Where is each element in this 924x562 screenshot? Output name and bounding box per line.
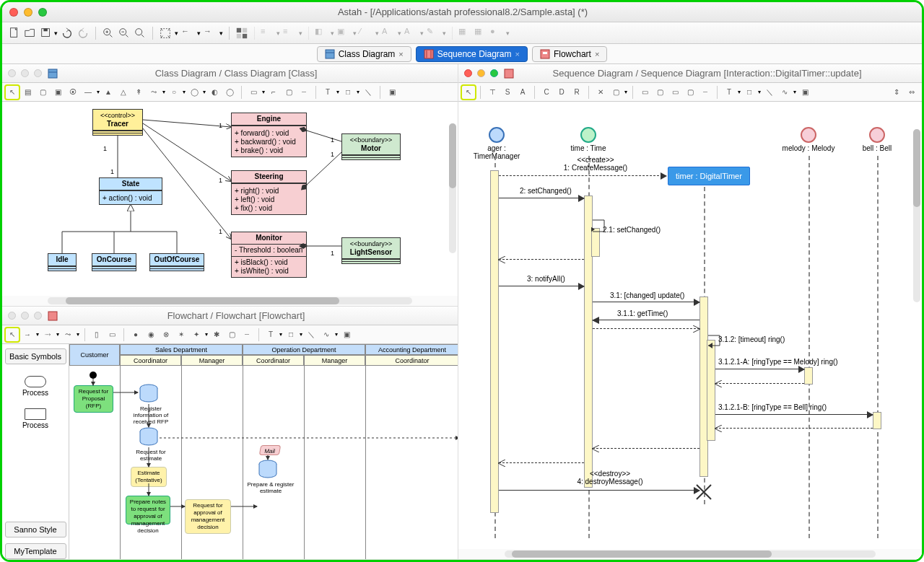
- pane-close-icon[interactable]: [8, 312, 16, 320]
- fc-db-icon[interactable]: [257, 460, 279, 481]
- flow-init-icon[interactable]: ●: [129, 328, 142, 341]
- h-scrollbar[interactable]: [458, 549, 922, 559]
- minimize-icon[interactable]: [24, 8, 32, 17]
- fc-init[interactable]: [90, 372, 97, 379]
- class-tool-icon[interactable]: ▤: [21, 86, 34, 99]
- create-tool-icon[interactable]: C: [540, 86, 553, 99]
- seq-obj-timer[interactable]: timer : DigitalTimer: [668, 167, 750, 185]
- rect-tool-icon[interactable]: □: [341, 86, 354, 99]
- palette-process1[interactable]: Process: [22, 370, 48, 397]
- pane-zoom-icon[interactable]: [34, 312, 42, 320]
- close-icon[interactable]: ×: [595, 50, 599, 58]
- fit-icon[interactable]: [159, 27, 172, 40]
- hspace-icon[interactable]: ⇔: [905, 86, 918, 99]
- fc-db-icon[interactable]: [138, 384, 160, 405]
- sep-tool-icon[interactable]: ┄: [699, 86, 712, 99]
- zoom-in-icon[interactable]: [102, 27, 115, 40]
- close-icon[interactable]: ×: [515, 50, 519, 58]
- curve-tool-icon[interactable]: ∿: [320, 328, 333, 341]
- activation[interactable]: [804, 367, 813, 385]
- interface-tool-icon[interactable]: ⦿: [66, 86, 79, 99]
- layout-icon[interactable]: [235, 27, 248, 40]
- palette-process2[interactable]: Process: [22, 403, 48, 429]
- uml-class-oncourse[interactable]: OnCourse: [92, 253, 136, 271]
- uml-class-idle[interactable]: Idle: [48, 253, 77, 271]
- vspace-icon[interactable]: ⇕: [890, 86, 903, 99]
- flow-join-icon[interactable]: ✦: [190, 328, 203, 341]
- destroy-tool-icon[interactable]: D: [555, 86, 568, 99]
- fc-mail[interactable]: Mail: [259, 445, 281, 455]
- v-scrollbar[interactable]: [913, 129, 920, 302]
- fc-db-icon[interactable]: [138, 427, 160, 449]
- pane-close-icon[interactable]: [464, 69, 472, 77]
- uml-class-monitor[interactable]: Monitor - Threshold : boolean + isBlack(…: [231, 232, 307, 278]
- ref-tool-icon[interactable]: ▭: [668, 86, 681, 99]
- tab-flowchart[interactable]: Flowchart ×: [532, 46, 607, 62]
- line-tool-icon[interactable]: ＼: [763, 86, 776, 99]
- note-tool-icon[interactable]: ▢: [684, 86, 697, 99]
- fc-prepnotes[interactable]: Prepare notes to request for approval of…: [126, 496, 170, 524]
- v-scrollbar[interactable]: [449, 123, 456, 253]
- flow-conn-icon[interactable]: ✱: [210, 328, 223, 341]
- pane-min-icon[interactable]: [21, 312, 29, 320]
- redo-icon[interactable]: [77, 27, 90, 40]
- uml-class-steering[interactable]: Steering + right() : void + left() : voi…: [231, 170, 307, 215]
- lifeline-tool-icon[interactable]: ⊤: [486, 86, 499, 99]
- lifeline-melody[interactable]: melody : Melody: [780, 127, 837, 152]
- close-icon[interactable]: [9, 8, 18, 17]
- stop-tool-icon[interactable]: ✕: [594, 86, 607, 99]
- frame-tool-icon[interactable]: ▢: [609, 86, 622, 99]
- pane-close-icon[interactable]: [8, 69, 16, 77]
- palette-basic[interactable]: Basic Symbols: [5, 348, 66, 364]
- real-tool-icon[interactable]: △: [117, 86, 130, 99]
- open-file-icon[interactable]: [24, 27, 37, 40]
- pane-min-icon[interactable]: [21, 69, 29, 77]
- uml-class-motor[interactable]: <<boundary>>Motor: [341, 133, 401, 160]
- assoc-tool-icon[interactable]: —: [82, 86, 95, 99]
- text-tool-icon[interactable]: T: [264, 328, 277, 341]
- uml-class-outofcourse[interactable]: OutOfCourse: [149, 253, 204, 271]
- flow-proc-icon[interactable]: ▭: [105, 328, 118, 341]
- dep-tool-icon[interactable]: ↟: [132, 86, 145, 99]
- image-tool-icon[interactable]: ▣: [798, 86, 811, 99]
- sep-tool-icon[interactable]: ┄: [297, 86, 310, 99]
- tab-class-diagram[interactable]: Class Diagram ×: [317, 46, 411, 62]
- pointer-tool-icon[interactable]: ↖: [6, 86, 19, 99]
- image-tool-icon[interactable]: ▣: [385, 86, 398, 99]
- inst-tool-icon[interactable]: ○: [167, 86, 180, 99]
- palette-mytmpl[interactable]: MyTemplate: [5, 543, 66, 559]
- activation[interactable]: [873, 412, 881, 429]
- reply-tool-icon[interactable]: R: [570, 86, 583, 99]
- pointer-tool-icon[interactable]: ↖: [6, 328, 19, 341]
- flow-dot-icon[interactable]: ⤳: [61, 328, 74, 341]
- save-icon[interactable]: [40, 27, 53, 40]
- palette-sanno[interactable]: Sanno Style: [5, 522, 66, 537]
- close-icon[interactable]: ×: [398, 50, 403, 58]
- usage-tool-icon[interactable]: ⤳: [147, 86, 160, 99]
- pane-zoom-icon[interactable]: [490, 69, 498, 77]
- rect-tool-icon[interactable]: □: [284, 328, 297, 341]
- nav-back-icon[interactable]: ←: [181, 27, 194, 40]
- flow-dash-icon[interactable]: ⤑: [41, 328, 54, 341]
- lifeline-bell[interactable]: bell : Bell: [852, 127, 902, 152]
- note-tool-icon[interactable]: ▭: [247, 86, 260, 99]
- package2-tool-icon[interactable]: ▣: [51, 86, 64, 99]
- uml-class-tracer[interactable]: <<control>>Tracer: [92, 109, 143, 136]
- curve-tool-icon[interactable]: ∿: [778, 86, 791, 99]
- frame-tool-icon[interactable]: ▢: [225, 328, 238, 341]
- flow-arrow-icon[interactable]: →: [21, 328, 34, 341]
- frame-tool-icon[interactable]: ▢: [282, 86, 295, 99]
- image-tool-icon[interactable]: ▣: [340, 328, 353, 341]
- flow-lane-icon[interactable]: ▯: [90, 328, 103, 341]
- uml-class-engine[interactable]: Engine + forward() : void + backward() :…: [231, 113, 307, 157]
- zoom-out-icon[interactable]: [118, 27, 131, 40]
- text-tool-icon[interactable]: T: [723, 86, 736, 99]
- prim-tool-icon[interactable]: ◯: [223, 86, 236, 99]
- fc-reqappr[interactable]: Request for approval of management decis…: [185, 499, 231, 534]
- rect-tool-icon[interactable]: □: [743, 86, 756, 99]
- enum-tool-icon[interactable]: ◯: [188, 86, 201, 99]
- nav-fwd-icon[interactable]: →: [204, 27, 217, 40]
- async-tool-icon[interactable]: A: [516, 86, 529, 99]
- flow-final-icon[interactable]: ◉: [144, 328, 157, 341]
- class-canvas[interactable]: <<control>>Tracer Engine + forward() : v…: [2, 102, 458, 296]
